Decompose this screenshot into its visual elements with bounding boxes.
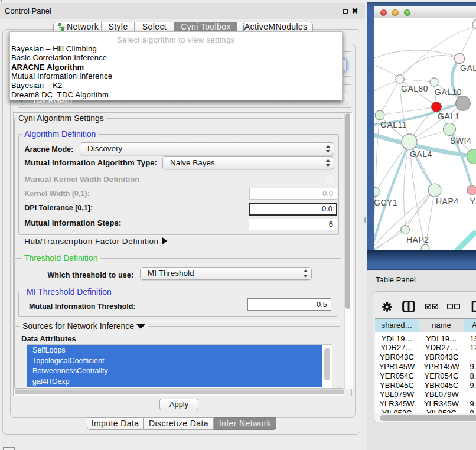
svg-text:GAL11: GAL11: [380, 120, 407, 129]
svg-text:GAL1: GAL1: [438, 112, 460, 121]
svg-text:GAL7: GAL7: [460, 63, 476, 73]
svg-text:HAP4: HAP4: [436, 197, 459, 206]
svg-text:YJ: YJ: [470, 197, 476, 206]
svg-text:SWI4: SWI4: [450, 136, 471, 145]
svg-text:GAL4: GAL4: [410, 149, 432, 159]
svg-text:GCY1: GCY1: [374, 198, 397, 207]
svg-text:GAL80: GAL80: [401, 84, 428, 93]
svg-text:HAP2: HAP2: [406, 235, 429, 244]
svg-text:GAL10: GAL10: [435, 87, 462, 97]
